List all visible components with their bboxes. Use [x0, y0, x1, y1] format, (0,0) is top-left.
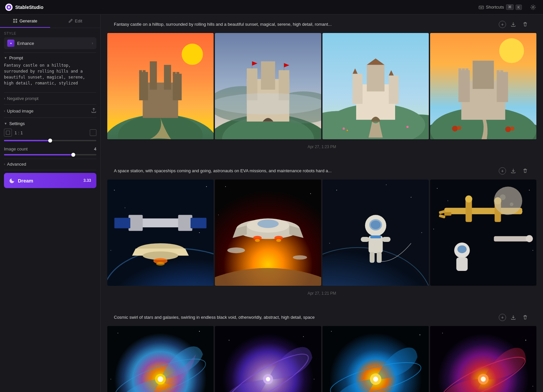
image-tile-g4[interactable] [430, 326, 536, 392]
image-count-slider[interactable] [4, 154, 96, 155]
gen-prompt-bar-2: A space station, with spaceships coming … [107, 161, 536, 180]
image-tile-g2[interactable] [215, 326, 321, 392]
timestamp-2: Apr 27, 1:21 PM [107, 289, 536, 300]
svg-rect-9 [13, 21, 15, 23]
delete-button-1[interactable] [521, 20, 530, 29]
sidebar-tabs: Generate Edit [0, 15, 100, 28]
advanced-section: › Advanced [0, 159, 100, 170]
upload-left: › Upload image [4, 109, 34, 114]
add-generation-button-1[interactable]: + [499, 21, 506, 28]
titlebar-left: StableStudio [5, 4, 44, 11]
aspect-display-icon [90, 129, 96, 136]
gen-prompt-text-2: A space station, with spaceships coming … [114, 168, 495, 174]
add-generation-button-2[interactable]: + [499, 167, 506, 175]
image-tile-g3[interactable] [322, 326, 429, 392]
download-icon-2 [511, 168, 516, 174]
timestamp-1: Apr 27, 1:23 PM [107, 143, 536, 153]
titlebar: StableStudio Shortcuts ⌘ K [0, 0, 543, 15]
svg-rect-7 [13, 19, 15, 20]
svg-rect-4 [482, 7, 483, 7]
download-button-3[interactable] [509, 313, 518, 322]
style-label: Style [4, 31, 96, 35]
shortcuts-button[interactable]: Shortcuts ⌘ K [476, 3, 525, 11]
svg-rect-1 [479, 6, 484, 9]
advanced-row[interactable]: › Advanced [4, 159, 96, 170]
generation-block-2: A space station, with spaceships coming … [101, 161, 543, 308]
collapse-down-icon: ▼ [4, 56, 7, 60]
prompt-header[interactable]: ▼ Prompt [4, 53, 96, 62]
image-tile-g1[interactable] [107, 326, 214, 392]
delete-button-3[interactable] [521, 313, 530, 322]
image-tile-s1[interactable] [107, 180, 214, 286]
upload-image-label: Upload image [7, 109, 33, 114]
image-tile-s4[interactable] [430, 180, 536, 286]
settings-button[interactable] [528, 3, 538, 12]
dream-button[interactable]: Dream 3.33 [4, 173, 96, 188]
image-tile-s2[interactable] [215, 180, 321, 286]
main-layout: Generate Edit Style ✦ Enhance › [0, 15, 543, 392]
image-tile-c3[interactable] [322, 33, 429, 139]
image-count-section: Image count 4 [0, 147, 100, 159]
shortcuts-label: Shortcuts [486, 5, 504, 10]
generate-icon [13, 18, 17, 23]
prompt-section: ▼ Prompt [0, 53, 100, 92]
negative-prompt-row[interactable]: › Negative prompt [0, 93, 100, 104]
kbd-k: K [516, 5, 522, 10]
style-row-left: ✦ Enhance [7, 40, 34, 47]
app-title: StableStudio [15, 5, 44, 10]
style-section: Style ✦ Enhance › [0, 28, 100, 52]
image-tile-c2[interactable] [215, 33, 321, 139]
svg-point-6 [532, 6, 534, 8]
prompt-actions-3: + [499, 313, 530, 322]
settings-section: ▼ Settings 1 : 1 [0, 118, 100, 143]
aspect-ratio-row: 1 : 1 [4, 129, 96, 137]
image-grid-3 [107, 326, 536, 392]
tab-edit[interactable]: Edit [50, 15, 100, 28]
style-selector[interactable]: ✦ Enhance › [4, 37, 96, 49]
tab-generate[interactable]: Generate [0, 15, 50, 28]
trash-icon-1 [523, 22, 528, 27]
advanced-label: Advanced [7, 162, 26, 167]
upload-image-row[interactable]: › Upload image [0, 105, 100, 117]
upload-icon [91, 108, 96, 114]
generation-block-1: Fantasy castle on a hilltop, surrounded … [101, 15, 543, 161]
count-slider-thumb[interactable] [71, 153, 75, 157]
svg-rect-8 [16, 19, 17, 20]
gen-prompt-bar-3: Cosmic swirl of stars and galaxies, swir… [107, 308, 536, 326]
keyboard-icon [479, 5, 484, 10]
aspect-slider-track[interactable] [4, 140, 96, 141]
collapse-right-icon-3: › [4, 162, 5, 166]
sidebar: Generate Edit Style ✦ Enhance › [0, 15, 101, 392]
collapse-right-icon-2: › [4, 109, 5, 113]
aspect-icon [4, 129, 12, 137]
image-tile-c4[interactable] [430, 33, 536, 139]
chevron-right-icon: › [92, 41, 93, 46]
image-count-label: Image count [4, 147, 28, 151]
trash-icon-2 [523, 168, 528, 174]
image-tile-c1[interactable] [107, 33, 214, 139]
download-button-1[interactable] [509, 20, 518, 29]
generation-block-3: Cosmic swirl of stars and galaxies, swir… [101, 308, 543, 392]
prompt-actions-1: + [499, 20, 530, 29]
aspect-slider[interactable] [4, 140, 96, 141]
settings-label: Settings [9, 121, 25, 126]
settings-header[interactable]: ▼ Settings [4, 118, 96, 129]
tab-generate-label: Generate [19, 18, 37, 23]
add-generation-button-3[interactable]: + [499, 314, 506, 321]
divider-6 [4, 170, 96, 170]
prompt-input[interactable] [4, 62, 96, 89]
download-icon-1 [511, 22, 516, 27]
gen-prompt-text-3: Cosmic swirl of stars and galaxies, swir… [114, 314, 495, 320]
image-tile-s3[interactable] [322, 180, 429, 286]
svg-rect-2 [480, 7, 480, 7]
aspect-slider-thumb[interactable] [48, 139, 52, 143]
kbd-cmd: ⌘ [506, 4, 514, 10]
gen-prompt-text-1: Fantasy castle on a hilltop, surrounded … [114, 21, 495, 27]
edit-icon [68, 18, 73, 23]
image-count-value: 4 [94, 147, 96, 151]
tab-edit-label: Edit [75, 18, 82, 23]
negative-prompt-label: Negative prompt [7, 96, 38, 101]
svg-rect-5 [480, 8, 482, 8]
download-button-2[interactable] [509, 166, 518, 176]
delete-button-2[interactable] [521, 166, 530, 176]
